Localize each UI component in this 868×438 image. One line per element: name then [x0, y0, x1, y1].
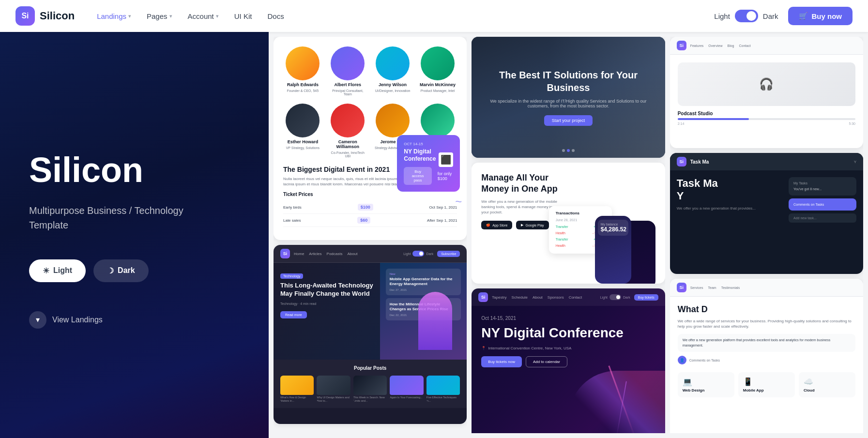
- audio-body: 🎧 Podcast Studio 2:14 5:30: [670, 55, 863, 133]
- blog-read-button[interactable]: Read more: [280, 311, 307, 318]
- service-card: 💻 Web Design: [678, 372, 734, 397]
- it-title: The Best IT Solutions for Your Business: [481, 69, 655, 94]
- chevron-down-icon: ▾: [169, 13, 172, 19]
- preview-audio: Si Features Overview Blog Contact 🎧 Podc…: [670, 37, 863, 148]
- moon-icon: ☽: [107, 266, 114, 275]
- blog-subscribe-button[interactable]: Subscribe: [437, 251, 460, 257]
- team-member: Cameron Williamson Co-Founder, InnoTech …: [328, 104, 367, 158]
- qr-code-icon: ⬛: [439, 152, 453, 167]
- team-name: Albert Flores: [334, 82, 361, 87]
- conf-logo: Si: [478, 292, 488, 302]
- blog-nav-item: Articles: [309, 252, 321, 256]
- chat-label: My Tasks: [793, 181, 852, 186]
- avatar: [331, 46, 365, 80]
- finance-title: Manage All Your Money in One App: [481, 172, 568, 195]
- previews-grid: Ralph Edwards Founder & CEO, 545 Albert …: [269, 32, 868, 438]
- nav-item-account[interactable]: Account ▾: [181, 8, 226, 24]
- app-store-badge[interactable]: 🍎 App Store: [481, 221, 512, 229]
- dark-mode-button[interactable]: ☽ Dark: [93, 259, 149, 282]
- preview-task-manager: Si Task Ma Y Task MaY We offer you a new…: [670, 153, 863, 274]
- nav-item-docs[interactable]: Docs: [260, 8, 290, 24]
- light-mode-button[interactable]: ☀ Light: [29, 259, 86, 282]
- post-caption: Why UI Design Matters and How to...: [317, 396, 350, 402]
- theme-toggle[interactable]: [735, 10, 758, 22]
- task-left-panel: Task MaY We offer you a new generation t…: [677, 177, 784, 267]
- team-role: VP Strategy, Solutions: [286, 146, 320, 150]
- google-play-badge[interactable]: ▶ Google Play: [516, 221, 548, 229]
- team-name: Jenny Wilson: [379, 82, 407, 87]
- blog-header: Si Home Articles Podcasts About Light Da…: [274, 245, 467, 263]
- conf-calendar-label: Add to calendar: [533, 360, 560, 364]
- transaction-label: Health: [556, 244, 565, 247]
- main-layout: Silicon Multipurpose Business / Technolo…: [0, 0, 868, 438]
- team-member: Marvin McKinney Product Manager, Intel: [418, 46, 457, 96]
- buy-now-button[interactable]: 🛒 Buy now: [788, 7, 853, 25]
- store2-label: Google Play: [525, 224, 544, 227]
- service-icon: ☁️: [804, 377, 851, 386]
- team-name: Cameron Williamson: [328, 139, 367, 149]
- nav-item-uikit[interactable]: UI Kit: [228, 8, 259, 24]
- nav-item-landings[interactable]: Landings ▾: [90, 8, 138, 24]
- it-cta-button[interactable]: Start your project: [544, 115, 593, 126]
- preview-col-3: Si Features Overview Blog Contact 🎧 Podc…: [670, 37, 863, 433]
- blog-read-label: Read more: [285, 313, 302, 317]
- conf-register-button[interactable]: Buy tickets: [634, 294, 658, 301]
- conf-buy-button[interactable]: Buy tickets now: [481, 356, 522, 367]
- apple-icon: 🍎: [486, 223, 490, 227]
- logo[interactable]: Si Silicon: [15, 6, 75, 26]
- blog-article-card: New Mobile App Generator Data for the En…: [386, 269, 461, 295]
- avatar: [286, 46, 320, 80]
- toggle-bar[interactable]: [412, 251, 424, 257]
- phone-front: My balance $4,286.52: [595, 216, 631, 284]
- blog-nav: Home Articles Podcasts About: [294, 252, 357, 256]
- task-right-panel: My Tasks You've got 8 new... Comments on…: [789, 177, 856, 267]
- what-desc: We offer a wide range of services for yo…: [678, 318, 855, 329]
- view-landings-link[interactable]: ▾ View Landings: [29, 311, 240, 329]
- chat-bubble: My Tasks You've got 8 new...: [789, 177, 856, 196]
- task-input-placeholder: Add new task...: [793, 216, 817, 220]
- task-input[interactable]: Add new task...: [789, 213, 856, 223]
- post-caption: Five Effective Techniques in...: [426, 396, 460, 402]
- comment-author: 👤 Comments on Tasks: [678, 356, 855, 364]
- audio-progress-fill: [678, 118, 749, 120]
- task-app-name: Task Ma: [690, 159, 709, 165]
- current-time: 2:14: [678, 122, 685, 125]
- team-member: Jenny Wilson UI/Designer, Innovation: [373, 46, 412, 96]
- it-overlay: The Best IT Solutions for Your Business …: [472, 37, 665, 158]
- task-logo: Si: [677, 157, 686, 166]
- conf-buy-button[interactable]: Buy access pass: [404, 167, 432, 185]
- conf-nav-item: About: [533, 295, 543, 300]
- post-thumbnail: [353, 376, 387, 395]
- author-avatar: 👤: [678, 356, 686, 364]
- popular-posts-grid: What's How & Design Matters in... Why UI…: [280, 376, 460, 402]
- service-card: 📱 Mobile App: [738, 372, 795, 397]
- blog-main-title: This Long-Awaited Technology May Finally…: [280, 282, 373, 298]
- transaction-label: Transfer: [556, 225, 568, 228]
- blog-theme-toggle: Light Dark: [403, 251, 433, 257]
- nav-item-pages[interactable]: Pages ▾: [140, 8, 179, 24]
- nav-item: Team: [708, 286, 716, 289]
- what-header: Si Services Team Testimonials: [670, 279, 863, 297]
- buy-now-label: Buy now: [812, 12, 842, 20]
- post-thumbnail: [390, 376, 423, 395]
- nav-account-label: Account: [188, 12, 214, 20]
- nav-item: Features: [690, 44, 704, 47]
- carousel-dots: [562, 149, 575, 152]
- conf-card-date: Oct 14-15, 2021: [481, 316, 655, 321]
- preview-team-conference: Ralph Edwards Founder & CEO, 545 Albert …: [274, 37, 467, 240]
- audio-title: Podcast Studio: [678, 111, 855, 116]
- author-name: Comments on Tasks: [689, 359, 720, 362]
- chat-text: Comments on Tasks: [793, 202, 852, 207]
- blog-hero-left: Technology This Long-Awaited Technology …: [274, 263, 380, 360]
- service-title: Cloud: [804, 388, 851, 393]
- toggle-bar[interactable]: [609, 294, 621, 300]
- theme-toggle-wrap[interactable]: Light Dark: [714, 10, 778, 22]
- hero-title: Silicon: [29, 151, 240, 189]
- nav-landings-label: Landings: [97, 12, 126, 20]
- preview-col-2: The Best IT Solutions for Your Business …: [472, 37, 665, 433]
- ticket-row: Late sales $60 After Sep 1, 2021: [283, 214, 457, 227]
- blog-nav-item: Home: [294, 252, 304, 256]
- chevron-down-icon: ▾: [216, 13, 219, 19]
- ticket-date: Oct Sep 1, 2021: [429, 205, 457, 210]
- conf-calendar-button[interactable]: Add to calendar: [526, 356, 567, 367]
